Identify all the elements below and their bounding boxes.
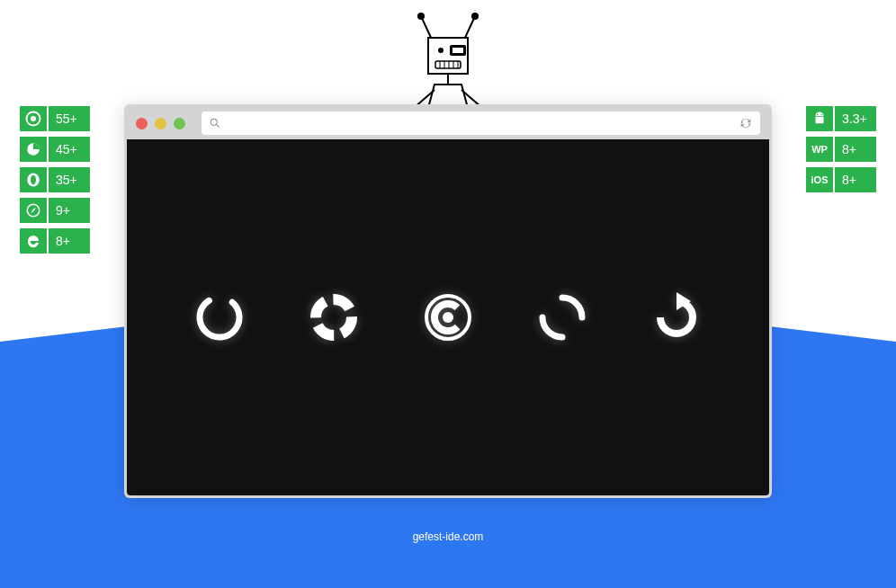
- opera-badge: 35+: [20, 167, 90, 192]
- chrome-version: 55+: [49, 106, 90, 131]
- svg-line-1: [464, 16, 475, 40]
- spinner-ring-icon: [193, 290, 246, 344]
- safari-icon: [20, 198, 47, 223]
- svg-marker-24: [31, 208, 36, 213]
- wp-badge: WP 8+: [806, 137, 876, 162]
- search-icon: [209, 117, 221, 129]
- desktop-browser-badges: 55+ 45+ 35+ 9+ 8+: [20, 106, 90, 254]
- svg-point-26: [821, 114, 823, 116]
- wp-version: 8+: [835, 137, 876, 162]
- svg-line-28: [217, 125, 220, 128]
- safari-badge: 9+: [20, 198, 90, 223]
- reload-icon[interactable]: [739, 116, 753, 130]
- svg-point-22: [31, 175, 36, 185]
- android-badge: 3.3+: [806, 106, 876, 131]
- spinner-arrow-refresh-icon: [650, 290, 703, 344]
- opera-icon: [20, 167, 47, 192]
- ie-version: 8+: [49, 228, 90, 254]
- safari-version: 9+: [49, 198, 90, 223]
- browser-viewport: [127, 139, 769, 495]
- spinner-segmented-icon: [307, 290, 361, 344]
- svg-point-3: [471, 13, 479, 20]
- ios-icon: iOS: [806, 167, 833, 192]
- firefox-version: 45+: [49, 137, 90, 162]
- ios-version: 8+: [835, 167, 876, 192]
- svg-point-25: [817, 114, 819, 116]
- minimize-icon[interactable]: [155, 118, 166, 129]
- svg-line-0: [421, 16, 432, 40]
- svg-point-30: [316, 299, 352, 335]
- browser-preview-window: [124, 104, 772, 498]
- ie-badge: 8+: [20, 228, 90, 254]
- firefox-icon: [20, 137, 47, 162]
- svg-rect-7: [452, 48, 463, 53]
- wp-icon: WP: [806, 137, 833, 162]
- chrome-badge: 55+: [20, 106, 90, 131]
- android-version: 3.3+: [835, 106, 876, 131]
- spinner-orbit-icon: [421, 290, 475, 344]
- browser-titlebar: [127, 107, 769, 139]
- opera-version: 35+: [49, 167, 90, 192]
- spinner-dual-arc-icon: [535, 290, 589, 344]
- firefox-badge: 45+: [20, 137, 90, 162]
- close-icon[interactable]: [136, 118, 148, 129]
- svg-point-2: [417, 13, 425, 20]
- svg-point-29: [193, 290, 246, 344]
- mobile-platform-badges: 3.3+ WP 8+ iOS 8+: [806, 106, 876, 192]
- svg-point-5: [438, 48, 444, 53]
- svg-point-19: [31, 116, 36, 121]
- footer-url[interactable]: gefest-ide.com: [413, 530, 484, 543]
- maximize-icon[interactable]: [174, 118, 185, 129]
- chrome-icon: [20, 106, 47, 131]
- robot-mascot-icon: [394, 11, 502, 110]
- ie-icon: [20, 228, 47, 254]
- android-icon: [806, 106, 833, 131]
- ios-badge: iOS 8+: [806, 167, 876, 192]
- svg-point-27: [211, 119, 217, 125]
- svg-rect-8: [435, 61, 461, 68]
- svg-point-33: [443, 312, 453, 323]
- address-bar[interactable]: [202, 111, 760, 135]
